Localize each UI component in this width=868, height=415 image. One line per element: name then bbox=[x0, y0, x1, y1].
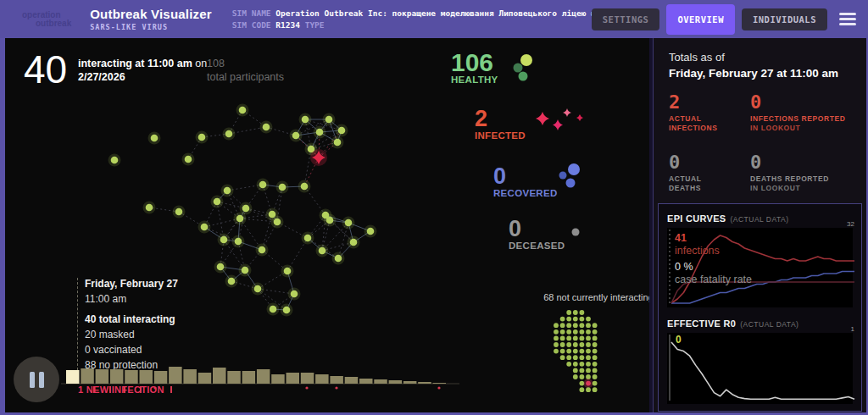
infections-reported-cell: 0 INFECTIONS REPORTED IN LOOKOUT bbox=[750, 93, 851, 133]
participants-count: 108 bbox=[207, 57, 284, 70]
totals-title: Totals as of bbox=[669, 51, 851, 64]
infections-reported-label: INFECTIONS REPORTED IN LOOKOUT bbox=[750, 114, 851, 133]
sim-info: SIM NAME Operation Outbreak Inc: покраще… bbox=[232, 8, 601, 31]
actual-deaths-value: 0 bbox=[669, 153, 750, 172]
healthy-label: HEALTHY bbox=[451, 75, 498, 85]
sim-code-label: SIM CODE bbox=[232, 20, 271, 30]
deceased-label: DECEASED bbox=[509, 241, 565, 251]
actual-infections-cell: 2 ACTUAL INFECTIONS bbox=[669, 93, 750, 133]
deaths-reported-label: DEATHS REPORTED IN LOOKOUT bbox=[750, 174, 851, 193]
epi-infections-label: infections bbox=[675, 245, 752, 257]
operation-outbreak-logo: operation outbreak bbox=[22, 11, 71, 28]
recovered-label: RECOVERED bbox=[493, 188, 558, 198]
epi-curves-title: EPI CURVES(ACTUAL DATA) bbox=[667, 213, 853, 224]
sim-name-label: SIM NAME bbox=[232, 8, 271, 18]
app-title: Outbreak Visualizer bbox=[90, 7, 212, 21]
epi-overlay: 41 infections 0 % case fatality rate bbox=[675, 232, 752, 286]
totals-sidebar: Totals as of Friday, February 27 at 11:0… bbox=[653, 38, 866, 412]
effective-r0-title: EFFECTIVE R0(ACTUAL DATA) bbox=[667, 318, 853, 329]
logo-line-1: operation bbox=[22, 11, 71, 19]
interacting-count: 40 bbox=[24, 47, 67, 92]
logo-line-2: outbreak bbox=[36, 19, 71, 28]
info-total-interacting: 40 total interacting bbox=[85, 312, 178, 327]
r0-ymax-label: 1 bbox=[851, 325, 854, 333]
totals-section: Totals as of Friday, February 27 at 11:0… bbox=[654, 38, 866, 203]
top-nav: SETTINGS OVERVIEW INDIVIDUALS bbox=[592, 0, 856, 38]
new-infection-label: 1 NEW INFECTION bbox=[78, 385, 164, 395]
info-vaccinated: 0 vaccinated bbox=[85, 342, 178, 357]
charts-panel: EPI CURVES(ACTUAL DATA) 32 41 infections… bbox=[658, 203, 862, 412]
deceased-count: 0 bbox=[509, 218, 565, 240]
not-interacting-label: 68 not currently interacting bbox=[514, 292, 649, 302]
info-time: 11:00 am bbox=[85, 291, 178, 307]
main-visualization-panel: 40 interacting at 11:00 am on 2/27/2026 … bbox=[5, 38, 649, 412]
r0-current-value: 0 bbox=[676, 334, 682, 346]
info-masked: 20 masked bbox=[85, 327, 178, 342]
epi-cfr-label: case fatality rate bbox=[675, 274, 752, 286]
timeline-cursor-line bbox=[77, 278, 78, 370]
total-participants: 108 total participants bbox=[207, 57, 284, 84]
pause-icon bbox=[30, 372, 35, 388]
title-block: Outbreak Visualizer SARS-LIKE VIRUS bbox=[90, 7, 212, 31]
header: operation outbreak Outbreak Visualizer S… bbox=[0, 0, 868, 38]
participants-label: total participants bbox=[207, 70, 284, 84]
stat-recovered: 0 RECOVERED bbox=[493, 165, 558, 198]
timeline-histogram[interactable] bbox=[61, 358, 459, 409]
totals-date: Friday, February 27 at 11:00 am bbox=[669, 67, 851, 80]
effective-r0-chart: 1 0 bbox=[667, 333, 853, 404]
hamburger-menu-icon[interactable] bbox=[839, 10, 856, 29]
interacting-time: interacting at 11:00 am bbox=[78, 58, 192, 69]
tab-individuals[interactable]: INDIVIDUALS bbox=[742, 8, 827, 30]
epi-infections-value: 41 bbox=[675, 232, 687, 244]
epi-cfr-value: 0 % bbox=[675, 261, 752, 274]
body: 40 interacting at 11:00 am on 2/27/2026 … bbox=[0, 38, 868, 415]
actual-deaths-cell: 0 ACTUAL DEATHS bbox=[669, 153, 750, 193]
tab-overview[interactable]: OVERVIEW bbox=[666, 4, 735, 35]
sim-code-value: R1234 bbox=[275, 20, 300, 30]
infections-reported-value: 0 bbox=[750, 93, 851, 112]
outbreak-visualizer-app: operation outbreak Outbreak Visualizer S… bbox=[0, 0, 868, 415]
stat-healthy: 106 HEALTHY bbox=[451, 52, 498, 85]
deceased-dot-icon bbox=[570, 226, 581, 238]
infected-sparkles-icon bbox=[532, 104, 587, 138]
stat-deceased: 0 DECEASED bbox=[509, 218, 565, 251]
info-date: Friday, February 27 bbox=[85, 276, 178, 291]
epi-curves-chart: 32 41 infections 0 % case fatality rate bbox=[667, 228, 853, 307]
healthy-count: 106 bbox=[451, 52, 498, 74]
deaths-reported-value: 0 bbox=[750, 153, 851, 172]
interacting-on: on bbox=[192, 58, 207, 69]
recovered-count: 0 bbox=[493, 165, 558, 187]
totals-grid: 2 ACTUAL INFECTIONS 0 INFECTIONS REPORTE… bbox=[669, 93, 851, 193]
infected-count: 2 bbox=[475, 108, 526, 130]
sim-name-value: Operation Outbreak Inc: покращене моделю… bbox=[275, 8, 600, 18]
infected-label: INFECTED bbox=[475, 130, 526, 141]
actual-infections-value: 2 bbox=[669, 93, 750, 112]
not-interacting-cluster bbox=[549, 307, 626, 396]
healthy-dots-icon bbox=[510, 53, 539, 82]
interacting-date: 2/27/2026 bbox=[78, 71, 125, 83]
recovered-dots-icon bbox=[556, 162, 585, 191]
epi-ymax-label: 32 bbox=[847, 220, 854, 228]
virus-type-label: SARS-LIKE VIRUS bbox=[90, 23, 212, 31]
stat-infected: 2 INFECTED bbox=[475, 108, 526, 141]
interacting-label: interacting at 11:00 am on 2/27/2026 bbox=[78, 57, 214, 84]
actual-infections-label: ACTUAL INFECTIONS bbox=[669, 114, 750, 133]
deaths-reported-cell: 0 DEATHS REPORTED IN LOOKOUT bbox=[750, 153, 851, 193]
effective-r0-svg bbox=[667, 333, 860, 404]
actual-deaths-label: ACTUAL DEATHS bbox=[669, 174, 750, 193]
tab-settings[interactable]: SETTINGS bbox=[592, 8, 660, 30]
sim-type-label: TYPE bbox=[305, 20, 325, 30]
pause-button[interactable] bbox=[14, 357, 59, 402]
